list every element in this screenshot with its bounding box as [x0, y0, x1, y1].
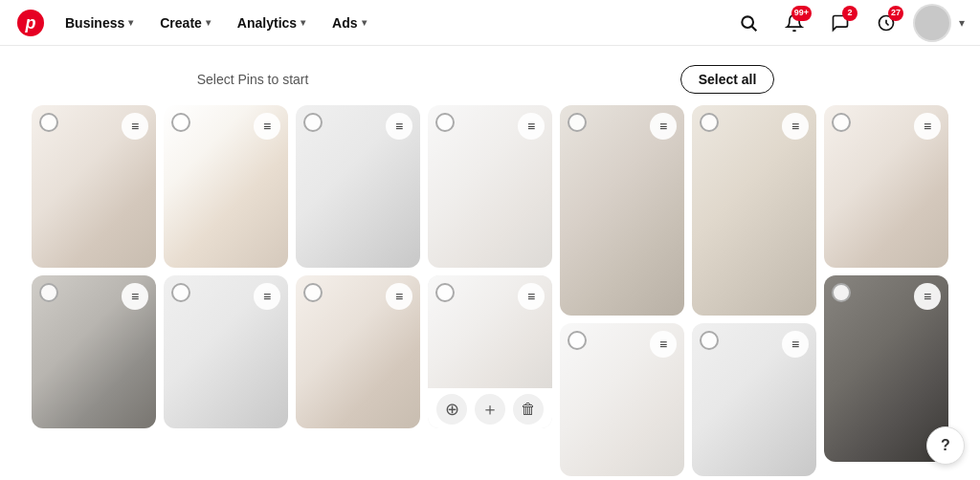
pin-select-p9[interactable]	[39, 283, 58, 302]
select-header-right: Select all	[490, 65, 965, 94]
pin-card-p3[interactable]: ≡	[296, 105, 420, 268]
pin-card-p7[interactable]: ≡	[824, 105, 948, 268]
activity-badge: 27	[888, 6, 903, 21]
help-icon: ?	[941, 437, 950, 454]
pin-select-p10[interactable]	[171, 283, 190, 302]
pin-menu-p2[interactable]: ≡	[254, 113, 280, 140]
pin-card-p5[interactable]: ≡	[560, 105, 684, 316]
logo-container: p	[15, 8, 46, 38]
pin-action-add-circle[interactable]: ⊕	[436, 394, 467, 425]
pin-column-3: ≡ ≡	[296, 105, 420, 476]
pin-menu-p7[interactable]: ≡	[914, 113, 941, 140]
pin-card-p1[interactable]: ≡	[32, 105, 156, 268]
select-all-button[interactable]: Select all	[680, 65, 775, 94]
select-header-left: Select Pins to start	[15, 72, 490, 87]
pin-card-p10[interactable]: ≡	[164, 275, 288, 428]
nav-item-business[interactable]: Business ▾	[54, 10, 145, 36]
nav-analytics-label: Analytics	[237, 15, 297, 31]
pin-column-7: ≡ ≡	[824, 105, 948, 476]
navbar: p Business ▾ Create ▾ Analytics ▾ Ads ▾	[0, 0, 980, 46]
nav-create-label: Create	[160, 15, 202, 31]
pin-menu-p11[interactable]: ≡	[386, 283, 412, 310]
nav-item-ads[interactable]: Ads ▾	[321, 10, 377, 36]
nav-items: Business ▾ Create ▾ Analytics ▾ Ads ▾	[54, 10, 378, 36]
pin-menu-p14[interactable]: ≡	[782, 331, 809, 358]
pin-select-p3[interactable]	[303, 113, 323, 132]
pin-menu-p5[interactable]: ≡	[650, 113, 677, 140]
pin-column-2: ≡ ≡	[164, 105, 288, 476]
pin-card-p9[interactable]: ≡	[32, 275, 156, 428]
pin-actions-bar: ⊕ ＋ 🗑	[428, 388, 552, 428]
ads-chevron-icon: ▾	[362, 17, 367, 28]
help-button[interactable]: ?	[926, 426, 965, 465]
pin-menu-p1[interactable]: ≡	[122, 113, 148, 140]
avatar-chevron-icon: ▾	[959, 16, 965, 30]
pin-column-4: ≡ ≡ ⊕ ＋ 🗑	[428, 105, 552, 476]
pin-column-5: ≡ ≡	[560, 105, 684, 476]
pin-menu-p9[interactable]: ≡	[122, 283, 148, 310]
main-content: Select Pins to start Select all ≡ ≡	[0, 46, 980, 476]
pin-select-p6[interactable]	[700, 113, 719, 132]
pin-action-save[interactable]: ＋	[475, 394, 505, 425]
nav-item-analytics[interactable]: Analytics ▾	[226, 10, 317, 36]
pin-column-6: ≡ ≡	[692, 105, 816, 476]
pin-menu-p6[interactable]: ≡	[782, 113, 809, 140]
pin-select-p14[interactable]	[700, 331, 719, 350]
pin-menu-p13[interactable]: ≡	[650, 331, 677, 358]
pin-select-p5[interactable]	[568, 113, 587, 132]
pin-select-p8[interactable]	[832, 283, 851, 302]
pin-select-p1[interactable]	[39, 113, 58, 132]
search-button[interactable]	[729, 4, 768, 42]
pin-card-p12[interactable]: ≡ ⊕ ＋ 🗑	[428, 275, 552, 428]
pin-card-p11[interactable]: ≡	[296, 275, 420, 428]
pin-card-p13[interactable]: ≡	[560, 323, 684, 476]
pin-menu-p10[interactable]: ≡	[254, 283, 280, 310]
business-chevron-icon: ▾	[128, 17, 133, 28]
pin-menu-p12[interactable]: ≡	[518, 283, 545, 310]
select-header: Select Pins to start Select all	[15, 57, 965, 105]
pin-select-p2[interactable]	[171, 113, 190, 132]
pin-select-p7[interactable]	[832, 113, 851, 132]
nav-business-label: Business	[65, 15, 124, 31]
nav-right: 99+ 2 27 ▾	[729, 4, 965, 42]
activity-button[interactable]: 27	[867, 4, 905, 42]
avatar-button[interactable]	[913, 4, 951, 42]
search-icon	[739, 13, 758, 33]
avatar	[915, 6, 949, 40]
pin-card-p14[interactable]: ≡	[692, 323, 816, 476]
svg-line-1	[752, 26, 757, 31]
pin-menu-p3[interactable]: ≡	[386, 113, 412, 140]
create-chevron-icon: ▾	[206, 17, 211, 28]
pin-menu-p4[interactable]: ≡	[518, 113, 545, 140]
pin-select-p4[interactable]	[435, 113, 455, 132]
select-pins-text: Select Pins to start	[197, 72, 309, 87]
pin-card-p6[interactable]: ≡	[692, 105, 816, 316]
analytics-chevron-icon: ▾	[301, 17, 305, 28]
pin-grid: ≡ ≡ ≡ ≡	[15, 105, 965, 476]
pin-select-p12[interactable]	[435, 283, 455, 302]
message-badge: 2	[842, 6, 858, 21]
logo-letter: p	[26, 14, 36, 32]
messages-button[interactable]: 2	[821, 4, 859, 42]
pin-select-p11[interactable]	[303, 283, 323, 302]
notification-badge: 99+	[791, 6, 812, 21]
pin-select-p13[interactable]	[568, 331, 587, 350]
nav-item-create[interactable]: Create ▾	[148, 10, 222, 36]
pin-menu-p8[interactable]: ≡	[914, 283, 941, 310]
svg-point-0	[742, 16, 753, 28]
pin-action-delete[interactable]: 🗑	[513, 394, 544, 425]
notifications-button[interactable]: 99+	[775, 4, 813, 42]
help-button-container: ?	[926, 426, 965, 465]
nav-ads-label: Ads	[332, 15, 357, 31]
pinterest-logo[interactable]: p	[17, 10, 44, 36]
pin-column-1: ≡ ≡	[32, 105, 156, 476]
pin-card-p4[interactable]: ≡	[428, 105, 552, 268]
pin-card-p2[interactable]: ≡	[164, 105, 288, 268]
